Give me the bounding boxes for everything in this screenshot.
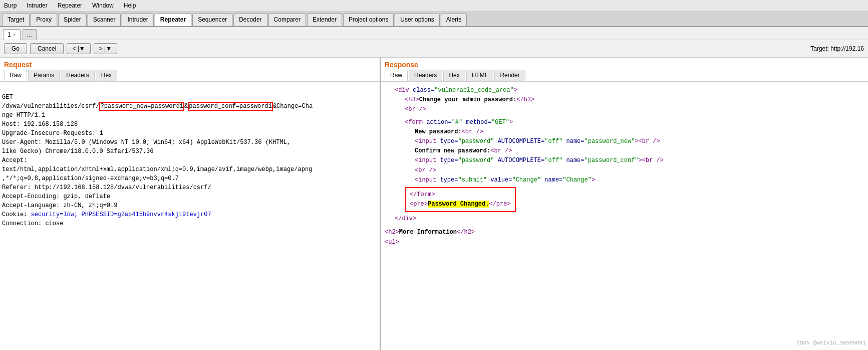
menu-repeater[interactable]: Repeater [56,1,84,10]
tab-spider[interactable]: Spider [58,14,87,26]
response-content[interactable]: <div class="vulnerable_code_area"> <h3>C… [381,82,868,350]
request-content[interactable]: GET /dvwa/vulnerabilities/csrf/?password… [0,82,380,350]
response-tab-headers[interactable]: Headers [409,70,442,81]
response-panel: Response Raw Headers Hex HTML Render <di… [381,58,868,350]
menu-bar: Burp Intruder Repeater Window Help [0,0,868,12]
response-line-5: New password:<br /> [415,127,864,137]
tab-comparer[interactable]: Comparer [268,14,306,26]
response-line-1: <div class="vulnerable_code_area"> [395,86,864,95]
password-changed-box: </form> <pre>Password Changed.</pre> [405,187,516,212]
response-tab-render[interactable]: Render [494,70,525,81]
sub-tab-1-label: 1 [8,31,11,38]
tab-proxy[interactable]: Proxy [31,14,57,26]
response-line-8: <input type="password" AUTOCOMPLETE="off… [415,156,864,165]
menu-intruder[interactable]: Intruder [25,1,49,10]
tab-extender[interactable]: Extender [307,14,342,26]
main-area: Request Raw Params Headers Hex GET /dvwa… [0,58,868,350]
request-title: Request [0,58,380,70]
request-tab-headers[interactable]: Headers [61,70,94,81]
tab-intruder[interactable]: Intruder [122,14,153,26]
request-panel: Request Raw Params Headers Hex GET /dvwa… [0,58,381,350]
menu-burp[interactable]: Burp [2,1,19,10]
toolbar: Go Cancel < |▼ > |▼ Target: http://192.1… [0,40,868,58]
sub-tab-1-close[interactable]: × [13,32,16,38]
menu-help[interactable]: Help [122,1,138,10]
request-tab-hex[interactable]: Hex [96,70,117,81]
response-line-6: <input type="password" AUTOCOMPLETE="off… [415,137,864,146]
response-line-7: Confirm new password:<br /> [415,146,864,156]
request-tabs: Raw Params Headers Hex [0,70,380,82]
forward-button[interactable]: > |▼ [94,43,117,54]
back-button[interactable]: < |▼ [67,43,90,54]
form-close-tag: </form> [410,190,511,200]
response-tab-html[interactable]: HTML [466,70,494,81]
response-title: Response [381,58,868,70]
menu-window[interactable]: Window [90,1,116,10]
sub-tab-dots[interactable]: ... [23,29,37,40]
sub-tab-bar: 1 × ... [0,27,868,40]
response-line-3: <br /> [405,105,864,114]
response-line-4: <form action="#" method="GET"> [405,118,864,127]
tab-sequencer[interactable]: Sequencer [192,14,232,26]
watermark: CSDN @weixin_39505091 [796,339,866,348]
go-button[interactable]: Go [4,43,27,54]
request-tab-raw[interactable]: Raw [4,70,27,81]
response-ul: <ul> [385,238,864,247]
tab-repeater[interactable]: Repeater [155,14,191,26]
tab-decoder[interactable]: Decoder [233,14,267,26]
response-tab-hex[interactable]: Hex [443,70,465,81]
cancel-button[interactable]: Cancel [30,43,64,54]
response-h2: <h2>More Information</h2> [385,228,864,237]
tab-scanner[interactable]: Scanner [88,14,121,26]
tab-project-options[interactable]: Project options [343,14,394,26]
response-tab-raw[interactable]: Raw [385,70,408,81]
main-tab-bar: Target Proxy Spider Scanner Intruder Rep… [0,12,868,27]
target-label: Target: http://192.16 [810,45,864,52]
tab-user-options[interactable]: User options [395,14,439,26]
response-line-10: <input type="submit" value="Change" name… [415,176,864,185]
request-tab-params[interactable]: Params [28,70,60,81]
pre-password-changed: <pre>Password Changed.</pre> [410,200,511,209]
request-text: GET /dvwa/vulnerabilities/csrf/?password… [2,84,378,237]
tab-target[interactable]: Target [2,14,30,26]
response-line-2: <h3>Change your admin password:</h3> [405,95,864,105]
response-div-close: </div> [395,214,864,224]
tab-alerts[interactable]: Alerts [441,14,467,26]
response-line-9: <br /> [415,166,864,176]
response-tabs: Raw Headers Hex HTML Render [381,70,868,82]
sub-tab-1[interactable]: 1 × [3,29,21,40]
